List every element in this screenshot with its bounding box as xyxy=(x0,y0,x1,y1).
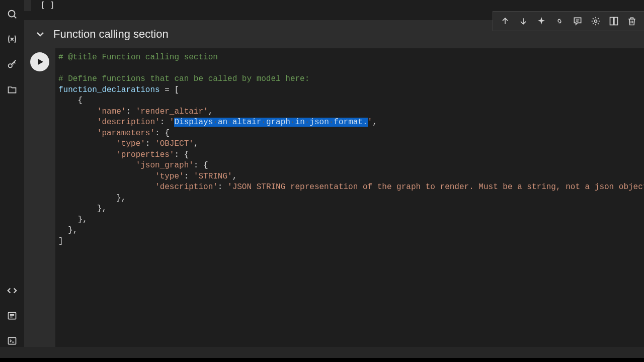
variables-icon[interactable] xyxy=(6,33,18,45)
run-cell-button[interactable] xyxy=(30,52,49,71)
comment-icon[interactable] xyxy=(569,12,587,30)
code-token: : { xyxy=(174,150,189,159)
svg-line-1 xyxy=(14,16,16,18)
delete-icon[interactable] xyxy=(623,12,641,30)
command-palette-icon[interactable] xyxy=(6,310,18,322)
code-line: }, xyxy=(58,215,88,224)
code-line: }, xyxy=(58,226,77,235)
left-sidebar xyxy=(0,0,24,362)
secrets-key-icon[interactable] xyxy=(6,58,18,70)
svg-point-11 xyxy=(595,20,597,23)
svg-rect-12 xyxy=(610,18,614,25)
move-down-button[interactable] xyxy=(514,12,532,30)
code-token: function_declarations xyxy=(58,85,160,95)
files-icon[interactable] xyxy=(6,83,18,96)
code-line: }, xyxy=(58,194,126,203)
terminal-icon[interactable] xyxy=(6,335,18,347)
code-token: 'json_graph' xyxy=(136,161,194,170)
code-token: 'name' xyxy=(97,107,126,116)
code-token: 'description' xyxy=(155,183,218,192)
bottom-border xyxy=(0,358,644,362)
code-editor[interactable]: # @title Function calling section # Defi… xyxy=(55,48,644,362)
svg-point-0 xyxy=(9,11,15,17)
svg-rect-13 xyxy=(614,18,618,25)
move-up-button[interactable] xyxy=(496,12,514,30)
code-token: 'type' xyxy=(116,139,145,148)
code-token: 'STRING' xyxy=(194,172,232,181)
code-line: # @title Function calling section xyxy=(58,53,218,62)
code-line: }, xyxy=(58,204,107,213)
code-snippets-icon[interactable] xyxy=(6,285,18,297)
code-token: : { xyxy=(155,129,170,138)
sparkle-icon[interactable] xyxy=(532,12,550,30)
main-area: [ ] Function calling section # @title Fu… xyxy=(24,0,644,362)
prev-cell-output: [ ] xyxy=(24,0,644,11)
svg-rect-7 xyxy=(9,337,16,344)
code-line: ] xyxy=(58,237,63,246)
code-line: { xyxy=(58,96,83,105)
code-token: 'render_altair' xyxy=(136,107,208,116)
code-token: 'properties' xyxy=(116,150,174,159)
code-token: 'type' xyxy=(155,172,184,181)
cell-gutter xyxy=(24,48,55,362)
svg-point-2 xyxy=(9,64,12,67)
settings-icon[interactable] xyxy=(587,12,605,30)
code-token: ' xyxy=(368,118,373,127)
cell-toolbar xyxy=(493,11,644,31)
link-icon[interactable] xyxy=(550,12,569,30)
collapse-section-button[interactable] xyxy=(31,25,49,43)
code-token: 'OBJECT' xyxy=(155,139,194,148)
section-title: Function calling section xyxy=(53,28,169,41)
code-token: 'parameters' xyxy=(97,129,155,138)
code-token: : { xyxy=(194,161,208,170)
code-token: 'description' xyxy=(97,118,160,127)
status-bar xyxy=(0,347,644,358)
code-cell: # @title Function calling section # Defi… xyxy=(24,48,644,362)
code-token: = [ xyxy=(160,85,179,95)
selected-text: Displays·an·altair·graph·in·json·format. xyxy=(174,118,367,127)
mirror-cell-icon[interactable] xyxy=(605,12,623,30)
code-token: ' xyxy=(170,118,175,127)
search-icon[interactable] xyxy=(6,8,18,20)
code-token: 'JSON STRING representation of the graph… xyxy=(227,183,644,192)
code-line: # Define functions that can be called by… xyxy=(58,74,309,83)
